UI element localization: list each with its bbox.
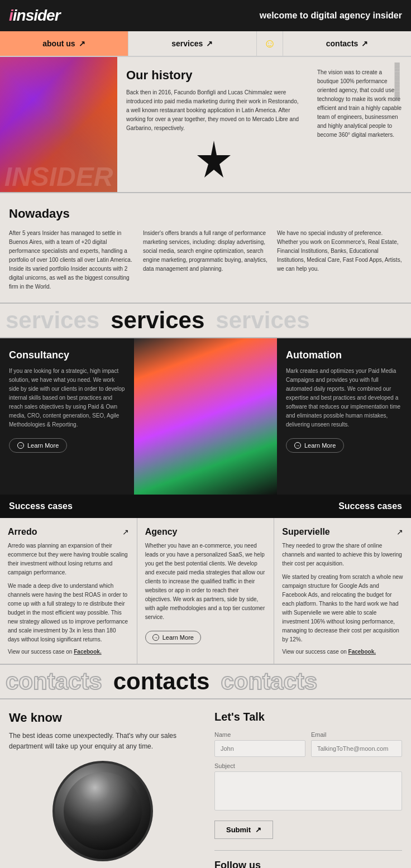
services-banner-text-1: services [6, 307, 99, 334]
nav-item-about[interactable]: about us ↗ [0, 31, 128, 56]
follow-section: Follow us VK [214, 850, 402, 868]
services-banner: services services services [0, 304, 411, 338]
history-text: Back then in 2016, Facundo Bonfigli and … [126, 88, 302, 133]
we-know-text: The best ideas come unexpectedly. That's… [9, 731, 197, 752]
nav-label-contacts: contacts [326, 39, 359, 48]
agency-title: Agency [145, 527, 178, 537]
nowadays-col3: We have no special industry of preferenc… [277, 229, 402, 291]
arredo-link[interactable]: View our success case on Facebook. [8, 649, 129, 655]
history-title: Our history [126, 68, 302, 83]
subject-input[interactable] [214, 771, 402, 811]
name-input[interactable] [214, 740, 305, 757]
hero-right: ▓▓▓▓▓▓▓▓▓▓▓▓▓▓▓ The vision was to create… [310, 57, 411, 192]
success-banner: Success cases Success cases [0, 495, 411, 518]
success-right: Success cases [206, 495, 411, 518]
supervielle-text2: We started by creating from scratch a wh… [282, 573, 403, 644]
supervielle-text1: They needed to grow the share of online … [282, 541, 403, 568]
lets-talk-title: Let's Talk [214, 711, 402, 723]
nowadays-section: Nowadays After 5 years Insider has manag… [0, 193, 411, 304]
supervielle-link[interactable]: View our success case on Facebook. [282, 649, 403, 655]
we-know-title: We know [9, 711, 197, 725]
arredo-title: Arredo [8, 527, 37, 537]
contact-avatar [9, 761, 197, 861]
cases-section: Arredo ↗ Arredo was planning an expansio… [0, 518, 411, 665]
logo[interactable]: iinsider [9, 7, 60, 25]
contacts-banner-text-2: contacts [113, 668, 210, 695]
case-arredo: Arredo ↗ Arredo was planning an expansio… [0, 518, 137, 664]
agency-text: Whether you have an e-commerce, you need… [145, 541, 266, 622]
automation-text: Mark creates and optimizes your Paid Med… [286, 367, 402, 429]
service-center-image [134, 338, 277, 495]
automation-col: Automation Mark creates and optimizes yo… [277, 338, 411, 495]
arredo-arrow: ↗ [122, 527, 129, 536]
consultancy-col: Consultancy If you are looking for a str… [0, 338, 134, 495]
email-label: Email [311, 731, 402, 738]
nav-label-services: services [171, 39, 203, 48]
hero-image: INSIDER [0, 57, 117, 192]
header-title: welcome to digital agency insider [260, 11, 402, 21]
services-banner-text-2: services [111, 307, 204, 334]
nav-smiley: ☺ [257, 31, 283, 56]
contacts-banner-text-1: contacts [6, 668, 102, 695]
nav-arrow-contacts: ↗ [361, 39, 368, 48]
submit-arrow: ↗ [255, 826, 261, 834]
contact-form: Let's Talk Name Email Subject Submit ↗ F… [206, 699, 411, 868]
hero-content: Our history Back then in 2016, Facundo B… [117, 57, 310, 192]
nowadays-title: Nowadays [9, 207, 402, 221]
nav-arrow-about: ↗ [79, 39, 85, 48]
agency-learn-btn[interactable]: → Learn More [145, 631, 201, 644]
nav-item-contacts[interactable]: contacts ↗ [283, 31, 411, 56]
nav-arrow-services: ↗ [206, 39, 213, 48]
email-input[interactable] [311, 740, 402, 757]
arredo-text1: Arredo was planning an expansion of thei… [8, 541, 129, 577]
follow-title: Follow us [214, 860, 402, 868]
nowadays-col1: After 5 years Insider has managed to set… [9, 229, 134, 291]
success-right-title: Success cases [338, 501, 402, 511]
services-banner-text-3: services [216, 307, 309, 334]
contacts-banner-text-3: contacts [221, 668, 317, 695]
hero-section: INSIDER Our history Back then in 2016, F… [0, 57, 411, 193]
submit-button[interactable]: Submit ↗ [214, 821, 273, 839]
nav-item-services[interactable]: services ↗ [128, 31, 257, 56]
contact-section: We know The best ideas come unexpectedly… [0, 699, 411, 868]
automation-learn-btn[interactable]: → Learn More [286, 438, 344, 453]
arredo-text2: We made a deep dive to understand which … [8, 582, 129, 644]
case-supervielle: Supervielle ↗ They needed to grow the sh… [274, 518, 411, 664]
consultancy-title: Consultancy [9, 349, 125, 361]
success-left: Success cases [0, 495, 206, 518]
services-section: Consultancy If you are looking for a str… [0, 338, 411, 495]
name-label: Name [214, 731, 305, 738]
nowadays-col2: Insider's offers brands a full range of … [143, 229, 268, 291]
svg-marker-0 [197, 141, 231, 178]
supervielle-title: Supervielle [282, 527, 329, 537]
contacts-banner: contacts contacts contacts [0, 665, 411, 699]
learn-more-icon-3: → [152, 634, 159, 641]
header: iinsider welcome to digital agency insid… [0, 0, 411, 31]
automation-title: Automation [286, 349, 402, 361]
star-shape [126, 140, 302, 181]
contact-info: We know The best ideas come unexpectedly… [0, 699, 206, 868]
learn-more-icon-1: → [17, 442, 24, 449]
success-left-title: Success cases [9, 501, 73, 511]
supervielle-arrow: ↗ [396, 527, 403, 536]
consultancy-text: If you are looking for a strategic, high… [9, 367, 125, 429]
nav: about us ↗ services ↗ ☺ contacts ↗ [0, 31, 411, 57]
learn-more-icon-2: → [294, 442, 301, 449]
subject-label: Subject [214, 763, 402, 769]
nav-label-about: about us [42, 39, 75, 48]
consultancy-learn-btn[interactable]: → Learn More [9, 438, 67, 453]
case-agency: Agency Whether you have an e-commerce, y… [137, 518, 275, 664]
